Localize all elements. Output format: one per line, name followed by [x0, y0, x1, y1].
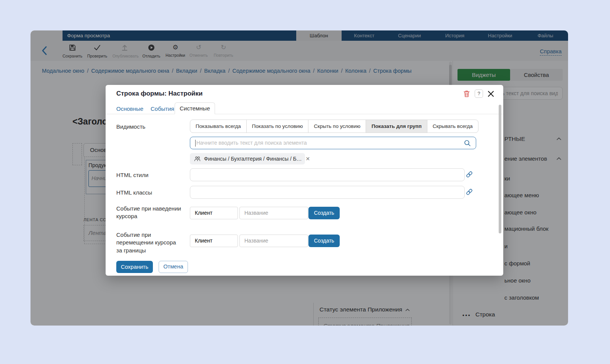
- group-tag-chip[interactable]: Финансы / Бухгалтерия / Финансы / Б… ✕: [190, 153, 305, 164]
- html-styles-label: HTML стили: [116, 172, 148, 178]
- link-binding-icon[interactable]: [466, 188, 474, 196]
- modal-cancel-button[interactable]: Отмена: [159, 261, 188, 273]
- hotkeys-help-icon[interactable]: ?: [475, 89, 483, 98]
- group-search-placeholder: Начните вводить текст для поиска элемент…: [196, 140, 307, 146]
- visibility-option-show-for-groups[interactable]: Показать для групп: [366, 120, 427, 133]
- text-caret: [195, 140, 196, 147]
- leave-event-name-input[interactable]: Название: [239, 235, 308, 247]
- remove-tag-icon[interactable]: ✕: [306, 156, 310, 162]
- form-row-settings-modal: Строка формы: Настройки ? Основные Событ…: [106, 85, 503, 276]
- modal-tab-main[interactable]: Основные: [116, 105, 143, 112]
- trash-icon[interactable]: [463, 90, 470, 97]
- leave-event-client-select[interactable]: Клиент: [190, 235, 238, 247]
- leave-event-label: Событие при перемещении курсора за грани…: [116, 231, 181, 254]
- visibility-option-always-hide[interactable]: Скрывать всегда: [427, 120, 478, 133]
- group-search-input[interactable]: Начните вводить текст для поиска элемент…: [190, 137, 476, 149]
- hover-event-name-input[interactable]: Название: [239, 207, 308, 219]
- group-tag-label: Финансы / Бухгалтерия / Финансы / Б…: [204, 156, 302, 162]
- modal-scrollbar-thumb[interactable]: [499, 105, 501, 233]
- html-classes-input[interactable]: [190, 186, 465, 199]
- leave-event-create-button[interactable]: Создать: [308, 235, 340, 247]
- visibility-segmented-control: Показывать всегда Показать по условию Ск…: [190, 120, 478, 133]
- link-binding-icon[interactable]: [466, 171, 474, 179]
- hover-event-client-select[interactable]: Клиент: [190, 207, 238, 219]
- search-icon: [464, 139, 471, 147]
- modal-title: Строка формы: Настройки: [116, 90, 202, 97]
- html-styles-input[interactable]: [190, 168, 465, 181]
- app-window: Форма просмотра Шаблон Контекст Сценарии…: [30, 30, 568, 326]
- visibility-label: Видимость: [116, 123, 145, 130]
- hover-event-label: Событие при наведении курсора: [116, 205, 185, 220]
- visibility-option-always-show[interactable]: Показывать всегда: [190, 120, 246, 133]
- visibility-option-hide-by-condition[interactable]: Скрыть по условию: [308, 120, 366, 133]
- modal-tabs-divider: [106, 114, 503, 114]
- html-classes-label: HTML классы: [116, 189, 152, 196]
- modal-save-button[interactable]: Сохранить: [116, 261, 153, 273]
- modal-tab-events[interactable]: События: [151, 105, 174, 112]
- close-icon[interactable]: [488, 91, 494, 97]
- users-group-icon: [194, 156, 201, 162]
- visibility-option-show-by-condition[interactable]: Показать по условию: [246, 120, 308, 133]
- hover-event-create-button[interactable]: Создать: [308, 207, 340, 219]
- modal-tab-system[interactable]: Системные: [175, 102, 215, 114]
